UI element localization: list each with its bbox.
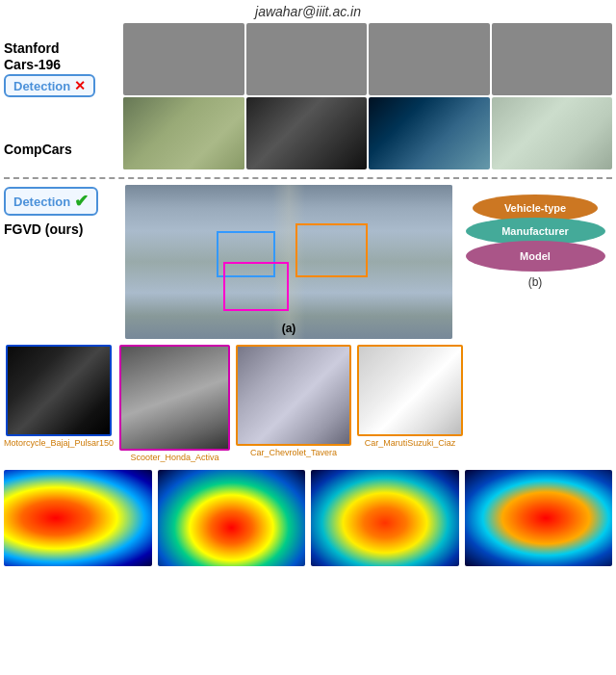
scooter-label: Scooter_Honda_Activa xyxy=(131,453,219,462)
detection-result-scooter: Scooter_Honda_Activa xyxy=(119,345,230,462)
suzuki-label: Car_MarutiSuzuki_Ciaz xyxy=(365,438,456,448)
fgvd-section: Detection ✔ FGVD (ours) (a) Vehicle-type xyxy=(0,185,616,566)
detection-result-motorcycle: Motorcycle_Bajaj_Pulsar150 xyxy=(4,345,114,448)
detection-box-magenta xyxy=(223,262,289,311)
x-icon: ✕ xyxy=(74,78,86,93)
detection-result-tavera: Car_Chevrolet_Tavera xyxy=(236,345,351,457)
detection-badge-fgvd[interactable]: Detection ✔ xyxy=(4,187,98,216)
stanford-car-4 xyxy=(492,23,613,95)
heatmap-2 xyxy=(158,470,306,566)
scooter-image xyxy=(119,345,230,451)
stanford-car-3 xyxy=(369,23,490,95)
compcars-car-2 xyxy=(246,97,368,169)
detection-result-suzuki: Car_MarutiSuzuki_Ciaz xyxy=(357,345,463,448)
stanford-car-1 xyxy=(123,23,244,95)
compcars-car-1 xyxy=(123,97,244,169)
road-overlay xyxy=(125,185,452,339)
detection-box-orange xyxy=(295,223,368,277)
detection-badge-stanford[interactable]: Detection ✕ xyxy=(4,74,95,97)
stanford-label: StanfordCars-196 xyxy=(4,40,61,73)
annotation-a: (a) xyxy=(282,322,296,335)
heatmap-row xyxy=(4,470,612,566)
tavera-image xyxy=(236,345,351,446)
compcars-label: CompCars xyxy=(4,142,119,158)
detection-label-fgvd: Detection xyxy=(13,195,70,209)
section-divider xyxy=(4,177,612,179)
compcars-car-3 xyxy=(369,97,490,169)
road-scene-image: (a) xyxy=(125,185,452,339)
tavera-label: Car_Chevrolet_Tavera xyxy=(250,448,337,457)
check-icon: ✔ xyxy=(74,191,89,212)
hierarchy-model: Model xyxy=(466,241,605,272)
top-image-grid xyxy=(123,23,612,169)
dataset-labels: StanfordCars-196 Detection ✕ CompCars xyxy=(4,23,119,169)
heatmap-1 xyxy=(4,470,152,566)
compcars-car-4 xyxy=(492,97,613,169)
detection-label-stanford: Detection xyxy=(13,79,70,93)
fgvd-label-area: Detection ✔ FGVD (ours) xyxy=(4,185,119,237)
page-container: jawahar@iiit.ac.in StanfordCars-196 Dete… xyxy=(0,0,616,675)
suzuki-image xyxy=(357,345,463,436)
heatmap-3 xyxy=(311,470,459,566)
fgvd-label: FGVD (ours) xyxy=(4,221,119,237)
hierarchy-diagram: Vehicle-type Manufacturer Model (b) xyxy=(458,185,612,289)
fgvd-top-row: Detection ✔ FGVD (ours) (a) Vehicle-type xyxy=(4,185,612,339)
stanford-car-2 xyxy=(246,23,368,95)
heatmap-4 xyxy=(465,470,613,566)
detection-results-row: Motorcycle_Bajaj_Pulsar150 Scooter_Honda… xyxy=(4,345,612,462)
motorcycle-image xyxy=(6,345,112,436)
hierarchy-annotation-b: (b) xyxy=(528,275,543,289)
header-email: jawahar@iiit.ac.in xyxy=(0,0,616,21)
motorcycle-label: Motorcycle_Bajaj_Pulsar150 xyxy=(4,438,114,448)
top-section: StanfordCars-196 Detection ✕ CompCars xyxy=(0,21,616,171)
